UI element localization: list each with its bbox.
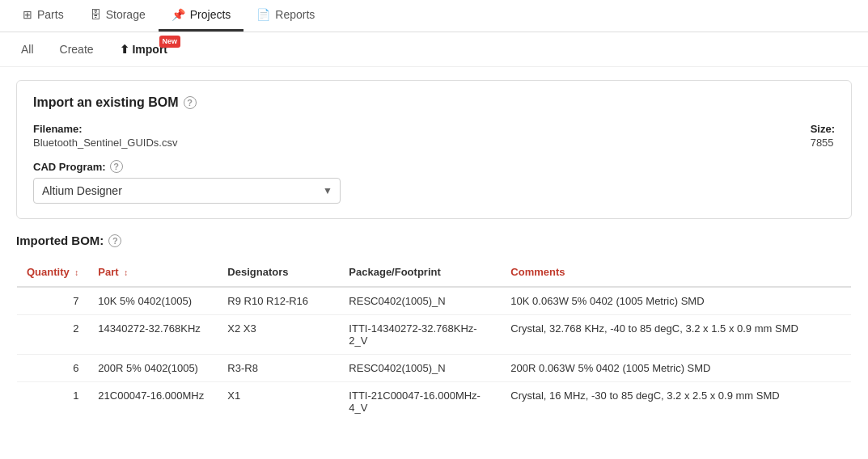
subnav-import-button[interactable]: New ⬆ Import [108,39,179,60]
filename-value: Bluetooth_Sentinel_GUIDs.csv [33,137,177,149]
cell-comments: 200R 0.063W 5% 0402 (1005 Metric) SMD [501,355,851,382]
table-row: 1 21C00047-16.000MHz X1 ITTI-21C00047-16… [17,382,852,422]
sort-icon-quantity: ↕ [74,268,78,277]
col-header-quantity[interactable]: Quantity ↕ [17,258,89,288]
cad-select-wrapper: Altium Designer Eagle KiCad OrCAD Zuken … [33,178,341,204]
reports-icon: 📄 [256,8,270,21]
cell-quantity: 1 [17,382,89,422]
tab-parts[interactable]: ⊞ Parts [10,0,77,32]
col-header-comments: Comments [501,258,851,288]
table-row: 7 10K 5% 0402(1005) R9 R10 R12-R16 RESC0… [17,287,852,315]
table-row: 2 14340272-32.768KHz X2 X3 ITTI-14340272… [17,315,852,355]
top-nav: ⊞ Parts 🗄 Storage 📌 Projects 📄 Reports [0,0,868,32]
tab-reports-label: Reports [275,8,315,21]
cell-part: 10K 5% 0402(1005) [88,287,218,315]
col-header-package: Package/Footprint [339,258,501,288]
tab-storage-label: Storage [106,8,146,21]
import-help-icon[interactable]: ? [184,96,197,109]
filename-col: Filename: Bluetooth_Sentinel_GUIDs.csv [33,123,177,149]
bom-section: Imported BOM: ? Quantity ↕ Part ↕ Design… [16,234,852,422]
bom-table-header-row: Quantity ↕ Part ↕ Designators Package/Fo… [17,258,852,288]
cell-package: ITTI-14340272-32.768KHz-2_V [339,315,501,355]
parts-icon: ⊞ [23,8,32,21]
file-info-row: Filename: Bluetooth_Sentinel_GUIDs.csv S… [33,123,835,149]
cad-program-select[interactable]: Altium Designer Eagle KiCad OrCAD Zuken [33,178,341,204]
cell-designators: R3-R8 [218,355,339,382]
filename-label: Filename: [33,123,177,135]
cell-quantity: 2 [17,315,89,355]
main-content: Import an existing BOM ? Filename: Bluet… [0,67,868,435]
cad-help-icon[interactable]: ? [110,160,123,173]
bom-title: Imported BOM: ? [16,234,852,247]
filesize-value: 7855 [811,137,835,149]
cad-label: CAD Program: ? [33,160,835,173]
col-header-designators: Designators [218,258,339,288]
bom-table: Quantity ↕ Part ↕ Designators Package/Fo… [16,257,852,422]
bom-title-text: Imported BOM: [16,234,104,247]
cell-comments: 10K 0.063W 5% 0402 (1005 Metric) SMD [501,287,851,315]
filesize-col: Size: 7855 [811,123,835,149]
tab-projects-label: Projects [190,8,231,21]
import-icon: ⬆ [120,43,133,56]
cell-designators: X2 X3 [218,315,339,355]
cell-part: 14340272-32.768KHz [88,315,218,355]
import-section-card: Import an existing BOM ? Filename: Bluet… [16,80,852,219]
cell-designators: R9 R10 R12-R16 [218,287,339,315]
bom-table-body: 7 10K 5% 0402(1005) R9 R10 R12-R16 RESC0… [17,287,852,422]
filesize-label: Size: [811,123,835,135]
col-header-part[interactable]: Part ↕ [88,258,218,288]
tab-reports[interactable]: 📄 Reports [243,0,328,32]
cell-part: 21C00047-16.000MHz [88,382,218,422]
cad-label-text: CAD Program: [33,161,106,173]
cell-package: ITTI-21C00047-16.000MHz-4_V [339,382,501,422]
cell-quantity: 6 [17,355,89,382]
cell-package: RESC0402(1005)_N [339,287,501,315]
cell-designators: X1 [218,382,339,422]
subnav-all-button[interactable]: All [10,39,45,60]
bom-help-icon[interactable]: ? [108,234,121,247]
import-title-text: Import an existing BOM [33,95,179,110]
cell-package: RESC0402(1005)_N [339,355,501,382]
sort-icon-part: ↕ [124,268,128,277]
cell-comments: Crystal, 16 MHz, -30 to 85 degC, 3.2 x 2… [501,382,851,422]
import-section-title: Import an existing BOM ? [33,95,835,110]
table-row: 6 200R 5% 0402(1005) R3-R8 RESC0402(1005… [17,355,852,382]
sub-nav: All Create New ⬆ Import [0,32,868,67]
cell-comments: Crystal, 32.768 KHz, -40 to 85 degC, 3.2… [501,315,851,355]
storage-icon: 🗄 [90,8,101,21]
projects-icon: 📌 [171,8,185,21]
cell-quantity: 7 [17,287,89,315]
tab-parts-label: Parts [37,8,64,21]
subnav-create-label: Create [60,43,94,56]
tab-projects[interactable]: 📌 Projects [159,0,244,32]
cell-part: 200R 5% 0402(1005) [88,355,218,382]
subnav-all-label: All [21,43,34,56]
badge-new: New [159,36,181,48]
tab-storage[interactable]: 🗄 Storage [77,0,159,32]
subnav-create-button[interactable]: Create [49,39,105,60]
